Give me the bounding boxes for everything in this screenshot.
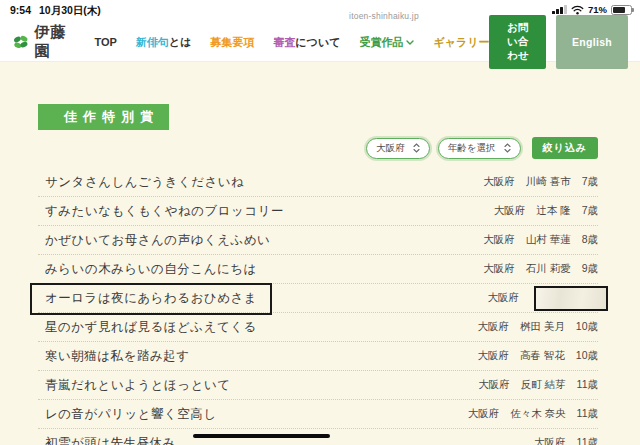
clover-logo-icon — [12, 31, 29, 53]
entry-meta: 大阪府 高春 智花 10歳 — [477, 349, 598, 363]
ipad-screen: 9:54 10月30日(木) itoen-shinhaiku.jp 71% — [0, 0, 640, 445]
haiku-text: サンタさんしんごうきくださいね — [45, 174, 244, 191]
haiku-text: かぜひいてお母さんの声ゆくえふめい — [45, 232, 270, 249]
nav-top[interactable]: TOP — [94, 36, 116, 48]
brand-name: 伊藤園 — [34, 23, 72, 61]
haiku-list-item: サンタさんしんごうきくださいね 大阪府 川崎 喜市 7歳 — [38, 168, 598, 197]
haiku-text: 寒い朝猫は私を踏み起す — [45, 348, 189, 365]
entry-name: 辻本 隆 — [536, 204, 570, 218]
haiku-text: すみたいなもくもくやねのブロッコリー — [45, 203, 284, 220]
entry-prefecture: 大阪府 — [488, 291, 520, 305]
haiku-list-item: かぜひいてお母さんの声ゆくえふめい 大阪府 山村 華蓮 8歳 — [38, 226, 598, 255]
entry-meta: 大阪府 川崎 喜市 7歳 — [483, 175, 598, 189]
clock-time: 9:54 — [10, 4, 31, 18]
nav-shinsa[interactable]: 審査について — [273, 35, 340, 50]
entry-age: 11歳 — [577, 407, 598, 421]
nav-jusho-sakuhin[interactable]: 受賞作品 — [359, 35, 414, 50]
battery-percent-label: 71% — [588, 4, 607, 15]
entry-prefecture: 大阪府 — [478, 378, 510, 392]
entry-prefecture: 大阪府 — [483, 175, 515, 189]
entry-age: 10歳 — [576, 320, 598, 334]
haiku-text: 青嵐だれといようとほっといて — [45, 377, 231, 394]
haiku-list-item: オーロラは夜にあらわるおひめさま 大阪府 — [38, 284, 598, 313]
haiku-text: 星のかず見れば見るほどふえてくる — [45, 319, 257, 336]
haiku-list-item: 青嵐だれといようとほっといて 大阪府 反町 結芽 11歳 — [38, 371, 598, 400]
entry-prefecture: 大阪府 — [477, 349, 509, 363]
entry-meta: 大阪府 — [488, 291, 599, 305]
entry-prefecture: 大阪府 — [494, 204, 526, 218]
entry-name: 石川 莉愛 — [526, 262, 571, 276]
cellular-signal-icon — [552, 5, 567, 14]
prefecture-select-value: 大阪府 — [376, 142, 405, 155]
haiku-text: オーロラは夜にあらわるおひめさま — [30, 283, 272, 315]
entry-prefecture: 大阪府 — [477, 320, 509, 334]
filter-row: 大阪府 年齢を選択 絞り込み — [38, 137, 598, 159]
entry-meta: 大阪府 石川 莉愛 9歳 — [483, 262, 598, 276]
entry-meta: 大阪府 反町 結芽 11歳 — [478, 378, 598, 392]
age-select-value: 年齢を選択 — [448, 142, 496, 155]
select-updown-icon — [504, 143, 511, 153]
battery-icon — [611, 5, 632, 15]
entry-name: 佐々木 奈央 — [510, 407, 565, 421]
home-indicator[interactable] — [193, 434, 330, 439]
entry-age: 11歳 — [577, 436, 598, 445]
haiku-list: サンタさんしんごうきくださいね 大阪府 川崎 喜市 7歳 すみたいなもくもくやね… — [38, 168, 598, 445]
entry-prefecture: 大阪府 — [534, 436, 566, 445]
nav-gallery[interactable]: ギャラリー — [433, 35, 489, 50]
section-title: 佳作特別賞 — [38, 104, 169, 130]
top-bar: 9:54 10月30日(木) itoen-shinhaiku.jp 71% — [0, 0, 640, 62]
haiku-text: 初雪が頭は先生昼休み — [45, 435, 176, 445]
filter-apply-button[interactable]: 絞り込み — [532, 137, 598, 159]
haiku-text: みらいの木みらいの自分こんにちは — [45, 261, 257, 278]
entry-prefecture: 大阪府 — [483, 262, 515, 276]
entry-age: 10歳 — [576, 349, 598, 363]
haiku-list-item: すみたいなもくもくやねのブロッコリー 大阪府 辻本 隆 7歳 — [38, 197, 598, 226]
entry-meta: 大阪府 桝田 美月 10歳 — [477, 320, 598, 334]
wifi-icon — [571, 5, 584, 15]
nav-boshu-yoko[interactable]: 募集要項 — [210, 35, 254, 50]
haiku-text: レの音がパリッと響く空高し — [45, 406, 217, 423]
status-right: 71% — [552, 4, 632, 15]
main-content: 佳作特別賞 大阪府 年齢を選択 絞り込み サンタさんしんごうきくださいね 大阪府… — [0, 62, 640, 445]
entry-name: 山村 華蓮 — [526, 233, 571, 247]
nav-shinhaiku[interactable]: 新俳句とは — [136, 35, 192, 50]
haiku-list-item: みらいの木みらいの自分こんにちは 大阪府 石川 莉愛 9歳 — [38, 255, 598, 284]
entry-prefecture: 大阪府 — [468, 407, 500, 421]
entry-prefecture: 大阪府 — [483, 233, 515, 247]
chevron-down-icon — [406, 40, 414, 45]
entry-age: 8歳 — [582, 233, 598, 247]
haiku-list-item: レの音がパリッと響く空高し 大阪府 佐々木 奈央 11歳 — [38, 400, 598, 429]
entry-age: 9歳 — [582, 262, 598, 276]
header-buttons: お問い合わせ English — [489, 15, 628, 69]
entry-meta: 大阪府 辻本 隆 7歳 — [494, 204, 598, 218]
haiku-list-item: 星のかず見れば見るほどふえてくる 大阪府 桝田 美月 10歳 — [38, 313, 598, 342]
contact-button[interactable]: お問い合わせ — [489, 15, 546, 69]
entry-name: 川崎 喜市 — [526, 175, 571, 189]
entry-name: 高春 智花 — [520, 349, 565, 363]
haiku-list-item: 寒い朝猫は私を踏み起す 大阪府 高春 智花 10歳 — [38, 342, 598, 371]
entry-age: 11歳 — [577, 378, 598, 392]
english-button[interactable]: English — [556, 15, 628, 69]
entry-name: 桝田 美月 — [520, 320, 565, 334]
entry-age: 7歳 — [582, 175, 598, 189]
entry-meta: 大阪府 11歳 — [534, 436, 598, 445]
age-select[interactable]: 年齢を選択 — [438, 138, 521, 159]
prefecture-select[interactable]: 大阪府 — [366, 138, 430, 159]
entry-name: 反町 結芽 — [521, 378, 566, 392]
itoen-logo[interactable]: 伊藤園 — [12, 23, 72, 61]
select-updown-icon — [413, 143, 420, 153]
entry-age: 7歳 — [582, 204, 598, 218]
redaction-box — [534, 286, 608, 311]
site-header: 伊藤園 TOP 新俳句とは 募集要項 審査について 受賞作品 ギャラリー お問い… — [0, 22, 640, 62]
entry-meta: 大阪府 佐々木 奈央 11歳 — [468, 407, 598, 421]
main-nav: TOP 新俳句とは 募集要項 審査について 受賞作品 ギャラリー — [94, 35, 489, 50]
entry-meta: 大阪府 山村 華蓮 8歳 — [483, 233, 598, 247]
